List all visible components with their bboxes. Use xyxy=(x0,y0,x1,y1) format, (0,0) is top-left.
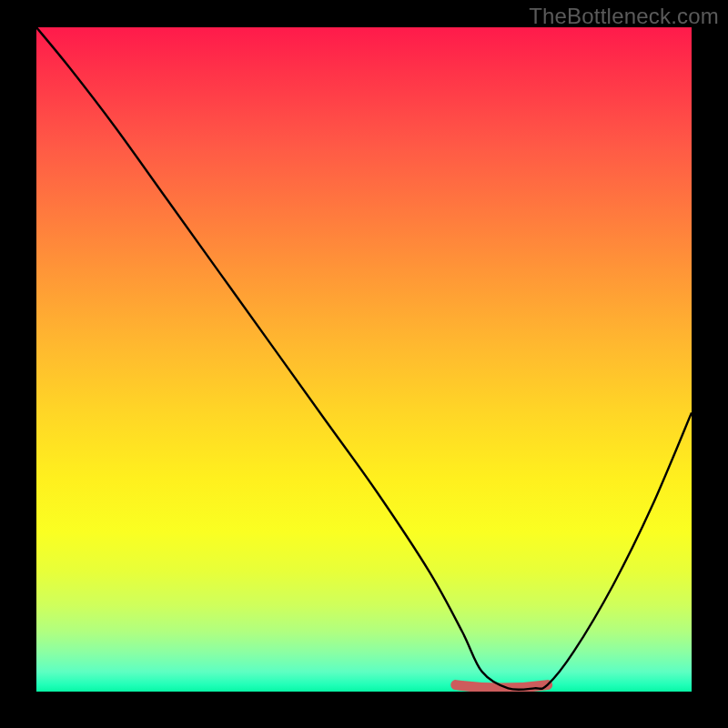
bottleneck-curve xyxy=(36,27,692,690)
watermark-text: TheBottleneck.com xyxy=(529,4,719,29)
chart-svg xyxy=(36,27,692,692)
chart-canvas: TheBottleneck.com xyxy=(0,0,728,728)
plot-area xyxy=(36,27,692,692)
